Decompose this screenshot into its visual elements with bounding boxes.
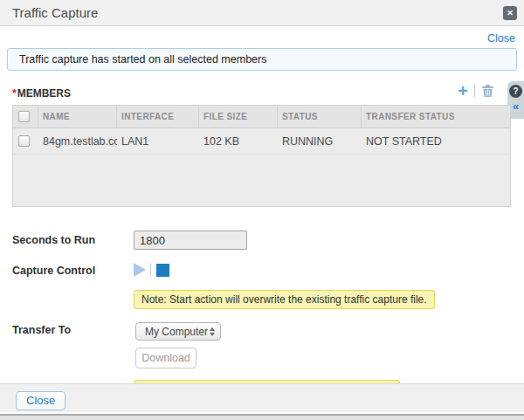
capture-controls	[134, 263, 169, 277]
grid-toolbar: +	[458, 84, 494, 98]
column-header-transfer-status: TRANSFER STATUS	[362, 106, 510, 127]
start-capture-icon[interactable]	[134, 263, 146, 277]
cell-transfer-status: NOT STARTED	[362, 135, 510, 148]
close-button[interactable]: Close	[16, 391, 66, 410]
seconds-to-run-label: Seconds to Run	[12, 234, 95, 246]
column-header-status: STATUS	[278, 106, 362, 127]
window-close-icon[interactable]: ✕	[503, 6, 517, 20]
stop-capture-icon[interactable]	[156, 264, 169, 277]
column-header-interface: INTERFACE	[117, 106, 199, 127]
select-arrows-icon	[210, 327, 215, 336]
column-header-file-size: FILE SIZE	[199, 106, 278, 127]
table-header-row: NAME INTERFACE FILE SIZE STATUS TRANSFER…	[13, 106, 510, 128]
members-table: NAME INTERFACE FILE SIZE STATUS TRANSFER…	[12, 105, 511, 207]
seconds-to-run-input[interactable]	[134, 231, 247, 250]
header-checkbox-cell	[13, 106, 38, 127]
traffic-capture-dialog: Traffic Capture ✕ Close Traffic capture …	[0, 0, 524, 420]
close-link[interactable]: Close	[487, 32, 515, 45]
trash-icon	[481, 84, 494, 98]
footer-bar: Close	[0, 383, 524, 412]
toolbar-divider	[474, 85, 475, 97]
cell-interface: LAN1	[117, 135, 199, 148]
add-member-icon[interactable]: +	[458, 84, 468, 98]
select-all-checkbox[interactable]	[18, 111, 30, 122]
download-button[interactable]: Download	[135, 348, 196, 368]
page-background-strip	[0, 416, 524, 420]
delete-member-button[interactable]	[481, 84, 494, 98]
table-empty-area	[13, 155, 510, 206]
titlebar: Traffic Capture ✕	[0, 0, 524, 26]
column-header-name: NAME	[38, 106, 117, 127]
dialog-title: Traffic Capture	[12, 5, 98, 20]
transfer-to-selected-value: My Computer	[145, 326, 208, 338]
overwrite-note: Note: Start action will overwrite the ex…	[134, 290, 435, 309]
help-icon[interactable]: ?	[509, 85, 522, 98]
row-checkbox[interactable]	[18, 135, 30, 147]
control-divider	[150, 263, 151, 277]
cell-name: 84gm.testlab.com	[38, 135, 117, 148]
members-label: *MEMBERS	[12, 87, 71, 100]
required-marker: *	[12, 87, 17, 100]
cell-file-size: 102 KB	[199, 135, 278, 148]
row-checkbox-cell	[13, 135, 38, 147]
members-label-text: MEMBERS	[17, 87, 71, 100]
cell-status: RUNNING	[278, 135, 362, 148]
capture-control-label: Capture Control	[12, 265, 95, 277]
table-row[interactable]: 84gm.testlab.com LAN1 102 KB RUNNING NOT…	[13, 128, 510, 155]
transfer-to-label: Transfer To	[12, 324, 71, 336]
status-banner: Traffic capture has started on all selec…	[7, 48, 517, 71]
transfer-to-select[interactable]: My Computer	[135, 322, 221, 341]
